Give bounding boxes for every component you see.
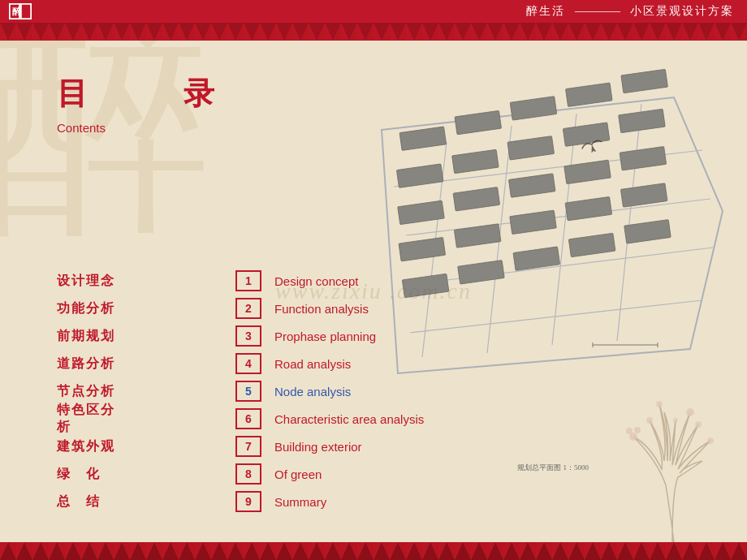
svg-rect-40 [624,220,671,243]
menu-item-3[interactable]: 前期规划3Prophase planning [57,325,424,347]
menu-item-en-4: Road analysis [274,357,351,371]
svg-rect-30 [620,146,667,170]
contents-list: 设计理念1Design concept功能分析2Function analysi… [57,269,424,518]
bottom-deco-strip [0,542,747,560]
svg-line-14 [414,248,713,284]
menu-item-en-3: Prophase planning [274,330,376,343]
menu-item-cn-8: 绿 化 [57,466,122,483]
menu-item-num-4: 4 [235,353,261,374]
svg-rect-19 [566,83,613,106]
svg-text:醉: 醉 [12,6,22,16]
svg-rect-6 [0,23,747,41]
menu-item-num-7: 7 [235,436,261,457]
menu-item-num-9: 9 [235,491,261,512]
menu-item-num-2: 2 [235,298,261,319]
svg-point-48 [646,417,653,424]
bg-character: 醉 [0,41,211,243]
svg-point-50 [695,421,702,428]
svg-rect-34 [565,196,612,220]
menu-item-num-5: 5 [235,381,261,402]
menu-item-num-6: 6 [235,408,261,429]
menu-item-num-1: 1 [235,270,261,291]
svg-rect-20 [621,69,668,93]
menu-item-en-9: Summary [274,495,326,509]
title-area: 目 录 Contents [57,73,226,135]
svg-rect-16 [399,127,447,150]
menu-item-9[interactable]: 总 结9Summary [57,490,424,513]
svg-rect-39 [568,233,615,256]
svg-rect-23 [507,136,555,160]
svg-point-46 [634,427,641,433]
menu-item-en-6: Characteristic area analysis [274,412,424,426]
menu-item-cn-9: 总 结 [57,493,122,510]
svg-rect-17 [455,110,502,134]
scale-text: 规划总平面图 1：5000 [517,463,589,473]
menu-item-en-2: Function analysis [274,302,369,316]
top-bar: 醉 醉生活 ———— 小区景观设计方案 [0,0,747,23]
menu-item-6[interactable]: 特色区分析6Characteristic area analysis [57,407,424,430]
page-title-en: Contents [57,121,226,135]
menu-item-5[interactable]: 节点分析5Node analysis [57,380,424,403]
menu-item-7[interactable]: 建筑外观7Building exterior [57,435,424,458]
menu-item-num-3: 3 [235,325,261,347]
svg-rect-1 [21,4,31,19]
menu-item-en-7: Building exterior [274,440,362,454]
header-subtitle: 小区景观设计方案 [630,4,734,19]
menu-item-en-1: Design concept [274,274,358,288]
menu-item-2[interactable]: 功能分析2Function analysis [57,297,424,320]
svg-line-11 [617,104,641,341]
logo-icon: 醉 [9,3,32,19]
header-separator: ———— [575,5,620,18]
menu-item-cn-6: 特色区分析 [57,402,122,436]
menu-item-en-5: Node analysis [274,385,351,398]
menu-item-cn-1: 设计理念 [57,273,122,290]
svg-rect-21 [396,164,443,187]
page-title: 目 录 [57,73,226,114]
svg-point-51 [707,437,714,444]
svg-rect-32 [454,224,501,248]
svg-point-49 [686,408,694,416]
menu-item-cn-5: 节点分析 [57,383,122,400]
svg-rect-33 [510,210,557,234]
menu-item-en-8: Of green [274,467,322,481]
menu-item-1[interactable]: 设计理念1Design concept [57,269,424,292]
menu-item-num-8: 8 [235,463,261,485]
svg-rect-28 [508,174,555,197]
svg-rect-18 [510,97,557,120]
menu-item-4[interactable]: 道路分析4Road analysis [57,352,424,375]
svg-rect-27 [453,187,500,211]
svg-point-47 [656,401,663,407]
svg-line-10 [552,114,576,345]
svg-rect-56 [0,542,747,560]
tree-decoration [601,380,747,542]
logo-area: 醉 [0,0,41,23]
svg-point-52 [673,418,678,423]
brand-name: 醉生活 [526,4,565,19]
menu-item-cn-7: 建筑外观 [57,438,122,455]
menu-item-cn-4: 道路分析 [57,355,122,373]
main-content: 醉 www.zixiu .com.cn 目 录 Contents [0,41,747,542]
svg-rect-35 [620,183,667,207]
deco-strip-pattern: generate triangles [0,23,747,41]
svg-rect-31 [399,237,446,261]
svg-rect-22 [452,149,499,173]
svg-rect-37 [458,261,505,284]
menu-item-cn-2: 功能分析 [57,300,122,317]
svg-point-45 [626,428,633,434]
menu-item-8[interactable]: 绿 化8Of green [57,463,424,485]
top-deco-strip: generate triangles [0,23,747,41]
svg-rect-25 [619,109,666,132]
menu-item-cn-3: 前期规划 [57,328,122,345]
